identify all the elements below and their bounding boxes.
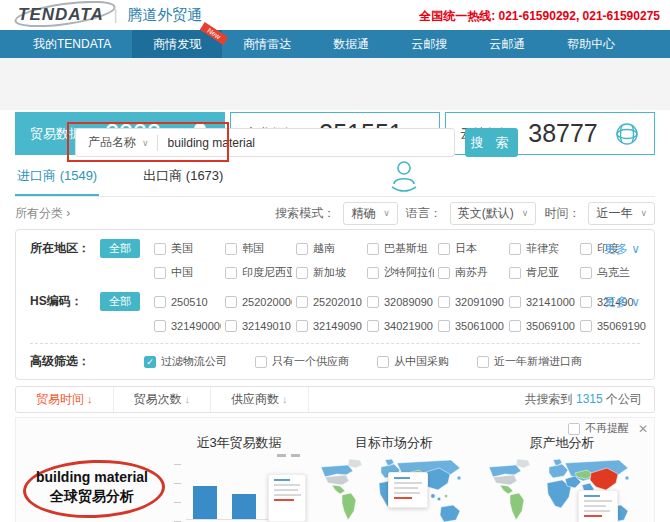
checkbox[interactable]: [154, 243, 166, 255]
checkbox[interactable]: [580, 320, 592, 332]
hscode-all-button[interactable]: 全部: [100, 292, 140, 311]
checkbox[interactable]: [367, 320, 379, 332]
nav-item-help[interactable]: 帮助中心: [546, 30, 636, 58]
hscode-option[interactable]: 25202010: [296, 291, 367, 312]
search-mode-select[interactable]: 精确 ∨: [343, 202, 398, 225]
customer-service-icon: [387, 157, 421, 195]
top-header: TENDATA | 腾道外贸通 全国统一热线: 021-61590292, 02…: [0, 0, 670, 30]
checkbox[interactable]: [225, 296, 237, 308]
nav-item-cloud-mail[interactable]: 云邮通: [468, 30, 546, 58]
region-option[interactable]: 肯尼亚: [509, 262, 580, 283]
tab-exporters[interactable]: 出口商 (1673): [141, 155, 225, 196]
nav-item-data[interactable]: 数据通: [312, 30, 390, 58]
hscode-more-link[interactable]: 更多 ∨: [604, 294, 640, 311]
checkbox[interactable]: [367, 296, 379, 308]
region-option[interactable]: 南苏丹: [438, 262, 509, 283]
hscode-option[interactable]: 35061000: [438, 315, 509, 336]
option-label: 韩国: [242, 241, 264, 256]
region-option[interactable]: 新加坡: [296, 262, 367, 283]
checkbox[interactable]: [580, 267, 592, 279]
checkbox[interactable]: [509, 243, 521, 255]
hscode-option[interactable]: 32149010: [225, 315, 296, 336]
advanced-options: 过滤物流公司 只有一个供应商 从中国采购 近一年新增进口商: [144, 351, 582, 372]
region-option[interactable]: 印度尼西亚: [225, 262, 296, 283]
all-categories-link[interactable]: 所有分类 ›: [15, 205, 70, 222]
target-market-panel[interactable]: 目标市场分析: [310, 434, 478, 522]
region-option[interactable]: 中国: [154, 262, 225, 283]
region-option[interactable]: 越南: [296, 238, 367, 259]
region-option[interactable]: 沙特阿拉伯: [367, 262, 438, 283]
hscode-option[interactable]: 35069190: [580, 315, 651, 336]
tab-importers[interactable]: 进口商 (1549): [15, 155, 99, 196]
region-option[interactable]: 菲律宾: [509, 238, 580, 259]
checkbox[interactable]: [477, 356, 489, 368]
checkbox[interactable]: [367, 267, 379, 279]
checkbox[interactable]: [509, 296, 521, 308]
dismiss-checkbox[interactable]: [568, 423, 580, 435]
hscode-option[interactable]: 32091090: [438, 291, 509, 312]
logo[interactable]: TENDATA | 腾道外贸通: [18, 5, 202, 25]
advanced-option[interactable]: 近一年新增进口商: [477, 351, 582, 372]
checkbox[interactable]: [377, 356, 389, 368]
nav-item-my-tendata[interactable]: 我的TENDATA: [12, 30, 132, 58]
hscode-option[interactable]: 35069100: [509, 315, 580, 336]
checkbox[interactable]: [438, 296, 450, 308]
search-button[interactable]: 搜 索: [465, 128, 518, 157]
checkbox[interactable]: [225, 267, 237, 279]
checkbox[interactable]: [296, 243, 308, 255]
checkbox[interactable]: [296, 267, 308, 279]
region-option[interactable]: 巴基斯坦: [367, 238, 438, 259]
hscode-option[interactable]: 2520200000: [225, 291, 296, 312]
checkbox[interactable]: [225, 243, 237, 255]
nav-item-cloud-mail-search[interactable]: 云邮搜: [390, 30, 468, 58]
checkbox[interactable]: [154, 320, 166, 332]
checkbox[interactable]: [438, 243, 450, 255]
checkbox[interactable]: [225, 320, 237, 332]
sort-arrow-icon: ↓: [87, 393, 93, 405]
sort-trade-count[interactable]: 贸易次数↓: [114, 387, 212, 412]
region-option[interactable]: 乌克兰: [580, 262, 651, 283]
main-nav: 我的TENDATA 商情发现 New 商情雷达 数据通 云邮搜 云邮通 帮助中心: [0, 30, 670, 58]
search-input[interactable]: [168, 129, 454, 156]
sort-trade-time[interactable]: 贸易时间↓: [16, 387, 114, 412]
checkbox[interactable]: [296, 320, 308, 332]
checkbox[interactable]: [438, 267, 450, 279]
trade-chart-panel[interactable]: 近3年贸易数据: [168, 434, 310, 522]
sort-label: 贸易时间: [36, 392, 84, 406]
origin-analysis-panel[interactable]: 原产地分析: [478, 434, 646, 522]
hscode-option[interactable]: 321490000...: [154, 315, 225, 336]
checkbox[interactable]: [367, 243, 379, 255]
nav-item-radar[interactable]: 商情雷达: [222, 30, 312, 58]
hscode-option[interactable]: 250510: [154, 291, 225, 312]
checkbox[interactable]: [509, 320, 521, 332]
checkbox[interactable]: [154, 267, 166, 279]
region-all-button[interactable]: 全部: [100, 239, 140, 258]
language-select[interactable]: 英文(默认) ∨: [450, 202, 537, 225]
checkbox[interactable]: [154, 296, 166, 308]
checkbox[interactable]: [580, 296, 592, 308]
region-option[interactable]: 日本: [438, 238, 509, 259]
advanced-option[interactable]: 只有一个供应商: [255, 351, 349, 372]
advanced-option[interactable]: 过滤物流公司: [144, 351, 227, 372]
region-more-link[interactable]: 更多 ∨: [604, 241, 640, 258]
hscode-option[interactable]: 32141000: [509, 291, 580, 312]
checkbox[interactable]: [296, 296, 308, 308]
checkbox[interactable]: [438, 320, 450, 332]
advanced-option[interactable]: 从中国采购: [377, 351, 449, 372]
hscode-option[interactable]: 32089090: [367, 291, 438, 312]
region-option[interactable]: 韩国: [225, 238, 296, 259]
sort-supplier-count[interactable]: 供应商数↓: [211, 387, 309, 412]
annotation-column: building material 全球贸易分析: [16, 434, 168, 522]
hscode-option[interactable]: 32149090: [296, 315, 367, 336]
annotation-text: building material 全球贸易分析: [16, 468, 168, 506]
checkbox[interactable]: [580, 243, 592, 255]
region-option[interactable]: 美国: [154, 238, 225, 259]
checkbox[interactable]: [255, 356, 267, 368]
nav-item-discovery[interactable]: 商情发现 New: [132, 30, 222, 58]
nav-item-discovery-label: 商情发现: [153, 37, 201, 51]
checkbox[interactable]: [144, 356, 156, 368]
search-field-selector[interactable]: 产品名称 ∨: [76, 129, 157, 156]
checkbox[interactable]: [509, 267, 521, 279]
time-select[interactable]: 近一年 ∨: [588, 202, 655, 225]
hscode-option[interactable]: 34021900: [367, 315, 438, 336]
